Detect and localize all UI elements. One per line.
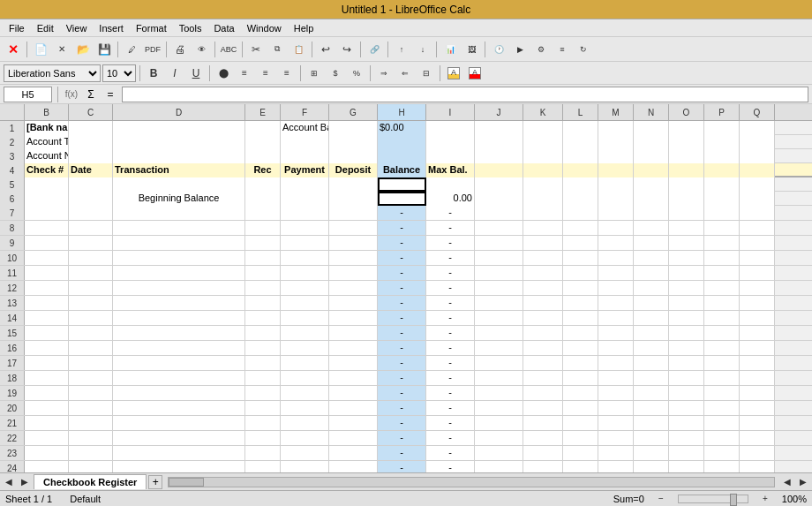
cell-P2[interactable] [704, 135, 740, 149]
cell[interactable] [598, 341, 634, 355]
cell[interactable] [634, 266, 669, 280]
col-header-E[interactable]: E [245, 104, 281, 120]
cell-Q3[interactable] [740, 149, 775, 163]
cell[interactable] [245, 371, 281, 385]
cell-N2[interactable] [634, 135, 669, 149]
cell-F3[interactable] [281, 149, 329, 163]
cell[interactable] [245, 221, 281, 235]
cell[interactable]: - [426, 311, 475, 325]
row-num-5[interactable]: 5 [0, 177, 25, 192]
cell-D1[interactable] [113, 121, 245, 135]
cell[interactable] [329, 281, 378, 295]
cell[interactable] [329, 416, 378, 430]
cell[interactable] [475, 356, 523, 370]
cell[interactable] [598, 326, 634, 340]
align-right-btn[interactable]: ≡ [256, 64, 275, 83]
cell-G6[interactable] [329, 192, 378, 206]
cell[interactable] [704, 341, 740, 355]
cell[interactable] [598, 311, 634, 325]
cell[interactable]: - [378, 341, 426, 355]
cell[interactable] [245, 386, 281, 400]
cell-P4[interactable] [704, 163, 740, 177]
cell[interactable] [69, 236, 113, 250]
cell[interactable] [69, 461, 113, 472]
row-num-6[interactable]: 6 [0, 192, 25, 206]
cell-Q4[interactable] [740, 163, 775, 177]
row-num-11[interactable]: 11 [0, 266, 25, 280]
cell-B5[interactable] [25, 177, 69, 192]
cell[interactable] [281, 371, 329, 385]
cell-J6[interactable] [475, 192, 523, 206]
cell[interactable] [475, 296, 523, 310]
cell-L2[interactable] [563, 135, 598, 149]
cell[interactable] [598, 431, 634, 445]
cell[interactable] [669, 281, 704, 295]
cell[interactable] [704, 236, 740, 250]
col-header-B[interactable]: B [25, 104, 69, 120]
cell[interactable] [740, 281, 775, 295]
cell[interactable] [634, 311, 669, 325]
cell-O3[interactable] [669, 149, 704, 163]
cell[interactable] [523, 221, 563, 235]
cell[interactable] [634, 236, 669, 250]
cell[interactable] [563, 461, 598, 472]
col-header-O[interactable]: O [669, 104, 704, 120]
h-scroll-right-btn[interactable]: ▶ [796, 475, 810, 489]
formula-input[interactable] [122, 87, 808, 102]
cell[interactable] [669, 266, 704, 280]
cell[interactable] [281, 431, 329, 445]
cell[interactable] [329, 386, 378, 400]
cell[interactable] [281, 356, 329, 370]
col-header-F[interactable]: F [281, 104, 329, 120]
cell[interactable] [329, 251, 378, 265]
cell[interactable] [69, 221, 113, 235]
cell[interactable] [25, 431, 69, 445]
cell[interactable] [704, 446, 740, 460]
cell[interactable] [740, 401, 775, 415]
cell[interactable] [669, 311, 704, 325]
merge-btn[interactable]: ⊞ [304, 64, 324, 83]
cell-K5[interactable] [523, 177, 563, 192]
cell-E6[interactable] [245, 192, 281, 206]
cell[interactable] [704, 416, 740, 430]
col-header-J[interactable]: J [475, 104, 523, 120]
cell[interactable] [245, 446, 281, 460]
cell-Q2[interactable] [740, 135, 775, 149]
cell[interactable] [523, 311, 563, 325]
row-num-24[interactable]: 24 [0, 461, 25, 472]
col-header-I[interactable]: I [426, 104, 475, 120]
cell[interactable] [563, 401, 598, 415]
cell[interactable] [634, 221, 669, 235]
cell-D6[interactable]: Beginning Balance [113, 192, 245, 206]
cell[interactable] [281, 401, 329, 415]
cell[interactable] [704, 311, 740, 325]
menu-help[interactable]: Help [289, 21, 320, 35]
undo-btn[interactable]: ↩ [316, 40, 335, 59]
cell[interactable] [245, 251, 281, 265]
new-btn[interactable]: 📄 [31, 40, 50, 59]
cell[interactable] [563, 371, 598, 385]
cell[interactable] [634, 326, 669, 340]
close-btn[interactable]: ✕ [4, 40, 23, 59]
cell[interactable] [281, 266, 329, 280]
cell-K6[interactable] [523, 192, 563, 206]
row-num-3[interactable]: 3 [0, 149, 25, 163]
col-header-K[interactable]: K [523, 104, 563, 120]
cell[interactable] [475, 206, 523, 220]
paste-btn[interactable]: 📋 [289, 40, 308, 59]
cell-E3[interactable] [245, 149, 281, 163]
cell[interactable] [475, 266, 523, 280]
cell[interactable] [329, 356, 378, 370]
indent-more-btn[interactable]: ⇒ [374, 64, 394, 83]
tb-sep-btn[interactable]: ✕ [52, 40, 71, 59]
cell[interactable] [245, 401, 281, 415]
cell-N5[interactable] [634, 177, 669, 192]
cell[interactable] [475, 281, 523, 295]
open-btn[interactable]: 📂 [73, 40, 93, 59]
cell[interactable] [598, 266, 634, 280]
col-header-P[interactable]: P [704, 104, 740, 120]
cell[interactable] [634, 461, 669, 472]
cell-O6[interactable] [669, 192, 704, 206]
cell[interactable] [281, 206, 329, 220]
cell[interactable] [598, 296, 634, 310]
